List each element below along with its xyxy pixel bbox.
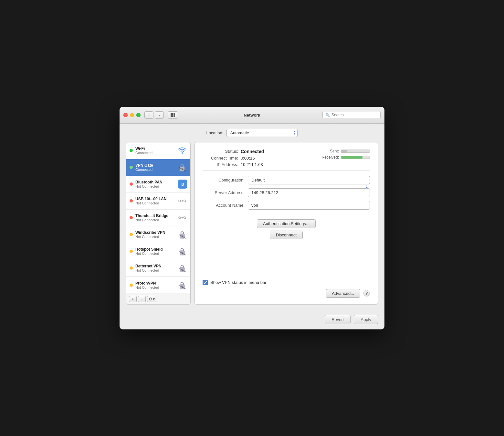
- show-vpn-row: Show VPN status in menu bar: [203, 280, 370, 285]
- location-label: Location:: [206, 130, 224, 135]
- svg-rect-1: [172, 113, 173, 114]
- sidebar-item-usb[interactable]: USB 10/...00 LAN Not Connected: [126, 193, 190, 210]
- status-value: Connected: [241, 149, 264, 154]
- apply-button[interactable]: Apply: [354, 315, 378, 324]
- configuration-select[interactable]: Default Custom: [248, 176, 370, 184]
- svg-rect-2: [174, 113, 175, 114]
- revert-button[interactable]: Revert: [325, 315, 351, 324]
- minimize-button[interactable]: [130, 113, 134, 117]
- vpngate-lock-icon: [177, 162, 187, 172]
- ip-address-row: IP Address: 10.211.1.63: [203, 162, 316, 167]
- sidebar: Wi-Fi Connected: [126, 142, 191, 305]
- search-box[interactable]: 🔍: [322, 111, 381, 119]
- remove-network-button[interactable]: −: [138, 296, 146, 302]
- connect-time-label: Connect Time:: [203, 156, 238, 161]
- main-area: Wi-Fi Connected: [126, 142, 378, 305]
- content: Location: Automatic Home Work ▲ ▼: [120, 124, 384, 311]
- status-dot-bluetooth: [130, 182, 133, 186]
- location-select[interactable]: Automatic Home Work: [226, 129, 298, 137]
- footer-area: Revert Apply: [120, 311, 384, 329]
- gear-icon: ⚙: [149, 297, 152, 301]
- back-button[interactable]: ‹: [144, 111, 153, 119]
- sidebar-item-hotspot[interactable]: Hotspot Shield Not Connected: [126, 243, 190, 260]
- gear-button[interactable]: ⚙ ▾: [147, 296, 156, 302]
- sidebar-item-wifi[interactable]: Wi-Fi Connected: [126, 142, 190, 159]
- status-dot-thunderbolt: [130, 216, 133, 219]
- svg-point-15: [184, 200, 186, 202]
- bottom-section: Show VPN status in menu bar Advanced... …: [203, 280, 370, 298]
- status-group: Status: Connected Connect Time: 0:00:16 …: [203, 149, 370, 167]
- status-dot-protonvpn: [130, 284, 133, 287]
- svg-point-17: [179, 217, 181, 219]
- received-bar: [341, 156, 362, 159]
- search-icon: 🔍: [325, 113, 330, 117]
- sidebar-bottom: + − ⚙ ▾: [126, 294, 190, 304]
- configuration-label: Configuration:: [203, 178, 245, 182]
- hotspot-lock-icon: [177, 246, 187, 256]
- status-dot-hotspot: [130, 250, 133, 253]
- configuration-row: Configuration: Default Custom ▲ ▼: [203, 176, 370, 184]
- bluetooth-icon: ʙ: [178, 180, 187, 189]
- svg-point-9: [182, 152, 183, 154]
- sidebar-item-betternet[interactable]: Betternet VPN Not Connected: [126, 260, 190, 277]
- svg-rect-0: [171, 113, 172, 114]
- location-select-wrap: Automatic Home Work ▲ ▼: [226, 129, 298, 137]
- disconnect-button[interactable]: Disconnect: [270, 231, 303, 239]
- sidebar-item-vpngate[interactable]: VPN Gate Connected: [126, 159, 190, 176]
- server-address-input[interactable]: [248, 188, 370, 197]
- location-bar: Location: Automatic Home Work ▲ ▼: [126, 129, 378, 137]
- received-row: Received:: [320, 155, 370, 160]
- right-stats: Sent: Received:: [316, 149, 370, 167]
- received-progress: [341, 156, 370, 159]
- svg-rect-8: [174, 116, 175, 117]
- show-vpn-checkbox[interactable]: [203, 280, 208, 285]
- sidebar-item-windscribe[interactable]: Windscribe VPN Not Connected: [126, 226, 190, 243]
- thunderbolt-icon: [177, 213, 187, 223]
- window: ‹ › Network 🔍 Location:: [120, 107, 384, 329]
- show-vpn-label: Show VPN status in menu bar: [210, 280, 266, 285]
- sent-progress: [341, 150, 370, 153]
- status-dot-vpngate: [130, 166, 133, 169]
- connect-time-row: Connect Time: 0:00:16: [203, 156, 316, 161]
- betternet-lock-icon: [177, 263, 187, 273]
- config-section: Configuration: Default Custom ▲ ▼: [203, 176, 370, 210]
- nav-buttons: ‹ ›: [144, 111, 164, 119]
- svg-rect-6: [171, 116, 172, 117]
- add-network-button[interactable]: +: [129, 296, 137, 302]
- svg-rect-7: [172, 116, 173, 117]
- protonvpn-lock-icon: [177, 280, 187, 290]
- server-address-row: Server Address:: [203, 188, 370, 197]
- svg-point-19: [184, 217, 186, 219]
- status-row: Status: Connected: [203, 149, 316, 154]
- server-address-label: Server Address:: [203, 190, 245, 195]
- windscribe-lock-icon: [177, 230, 187, 239]
- auth-settings-button[interactable]: Authentication Settings...: [257, 219, 316, 228]
- status-dot-usb: [130, 199, 133, 202]
- account-name-input[interactable]: [248, 201, 370, 210]
- sidebar-item-bluetooth[interactable]: Bluetooth PAN Not Connected ʙ: [126, 176, 190, 193]
- svg-point-13: [179, 200, 181, 202]
- sidebar-item-thunderbolt[interactable]: Thunde...lt Bridge Not Connected: [126, 210, 190, 226]
- sent-label: Sent:: [320, 149, 339, 153]
- sidebar-item-protonvpn[interactable]: ProtonVPN Not Connected: [126, 277, 190, 294]
- usb-eth-icon: [177, 196, 187, 206]
- grid-button[interactable]: [168, 111, 178, 119]
- help-button[interactable]: ?: [363, 290, 370, 296]
- close-button[interactable]: [123, 113, 128, 117]
- svg-rect-4: [172, 114, 173, 116]
- maximize-button[interactable]: [136, 113, 141, 117]
- wifi-icon: [177, 146, 187, 155]
- bottom-buttons-row: Advanced... ?: [203, 289, 370, 298]
- config-select-wrap: Default Custom ▲ ▼: [248, 176, 370, 184]
- forward-button[interactable]: ›: [155, 111, 164, 119]
- sent-row: Sent:: [320, 149, 370, 153]
- divider: [203, 170, 370, 171]
- svg-rect-3: [171, 114, 172, 116]
- traffic-lights: [123, 113, 141, 117]
- connect-time-value: 0:00:16: [241, 156, 255, 161]
- sent-bar: [341, 150, 347, 152]
- status-dot-betternet: [130, 266, 133, 270]
- search-input[interactable]: [331, 113, 378, 117]
- action-buttons: Authentication Settings... Disconnect: [203, 219, 370, 239]
- advanced-button[interactable]: Advanced...: [326, 289, 360, 298]
